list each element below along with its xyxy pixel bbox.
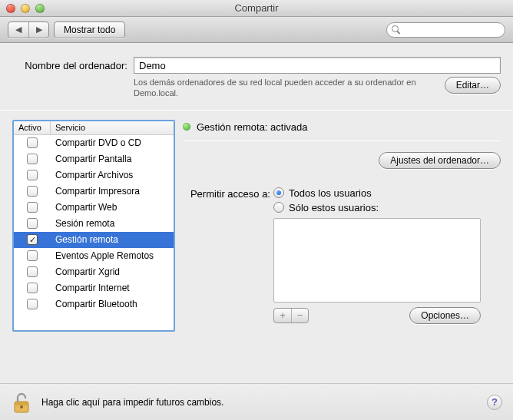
service-row[interactable]: Eventos Apple Remotos [14,248,174,264]
radio-all-users-label: Todos los usuarios [289,187,372,199]
service-row[interactable]: Compartir Impresora [14,184,174,200]
services-header: Activo Servicio [14,121,174,135]
service-checkbox[interactable] [27,154,38,164]
search-input[interactable] [404,25,510,35]
zoom-window-button[interactable] [35,4,45,13]
computer-name-field[interactable] [134,57,501,74]
chevron-right-icon: ▶ [36,25,42,35]
close-window-button[interactable] [6,4,15,13]
computer-name-label: Nombre del ordenador: [12,60,127,71]
service-label: Compartir Pantalla [51,154,174,164]
services-header-service: Servicio [51,121,174,134]
allow-access-label: Permitir acceso a: [183,187,270,200]
service-row[interactable]: ✓Gestión remota [14,232,174,248]
service-checkbox[interactable] [27,137,38,148]
service-row[interactable]: Compartir Xgrid [14,264,174,280]
radio-only-users-label: Sólo estos usuarios: [289,202,379,213]
service-label: Compartir Web [51,202,174,213]
service-row[interactable]: Compartir Internet [14,280,174,296]
radio-all-users-row[interactable]: Todos los usuarios [273,187,501,199]
status-text: Gestión remota: activada [197,121,308,133]
back-button[interactable]: ◀ [8,22,28,38]
service-row[interactable]: Compartir Bluetooth [14,296,174,313]
computer-name-hint: Los demás ordenadores de su red local pu… [134,77,439,99]
lock-button[interactable] [11,391,34,414]
service-label: Compartir Internet [51,283,174,293]
services-header-active: Activo [14,121,51,134]
minimize-window-button[interactable] [21,4,30,13]
service-checkbox[interactable] [27,170,38,180]
service-label: Compartir Archivos [51,170,174,180]
service-row[interactable]: Sesión remota [14,216,174,232]
service-checkbox[interactable] [27,299,38,309]
help-button[interactable]: ? [487,395,502,410]
service-checkbox[interactable] [27,283,38,293]
traffic-lights [6,4,45,13]
status-row: Gestión remota: activada [183,121,501,133]
svg-rect-1 [15,402,28,405]
nav-segmented: ◀ ▶ [8,21,49,38]
options-button[interactable]: Opciones… [409,307,481,324]
lock-text[interactable]: Haga clic aquí para impedir futuros camb… [41,397,223,408]
edit-name-button[interactable]: Editar… [445,77,501,94]
service-row[interactable]: Compartir Web [14,200,174,216]
services-rows: Compartir DVD o CDCompartir PantallaComp… [14,135,174,330]
users-listbox[interactable] [273,218,481,303]
detail-pane: Gestión remota: activada Ajustes del ord… [183,120,501,332]
service-label: Eventos Apple Remotos [51,250,174,261]
detail-divider [183,141,501,141]
status-dot-icon [183,123,190,131]
add-user-button[interactable]: + [274,309,291,322]
service-checkbox[interactable] [27,186,38,197]
computer-settings-button[interactable]: Ajustes del ordenador… [379,152,501,169]
help-icon: ? [491,396,498,408]
allow-access-row: Permitir acceso a: Todos los usuarios Só… [183,187,501,213]
radio-only-users[interactable] [273,202,284,213]
service-row[interactable]: Compartir Pantalla [14,151,174,167]
add-remove-segmented: + − [273,308,309,323]
users-listbox-controls: + − Opciones… [273,307,481,324]
search-field-wrap[interactable] [386,22,505,38]
service-checkbox[interactable] [27,266,38,277]
computer-name-hint-row: Los demás ordenadores de su red local pu… [12,77,501,99]
service-label: Gestión remota [51,234,174,245]
service-checkbox[interactable] [27,218,38,229]
computer-name-row: Nombre del ordenador: [12,57,501,74]
lock-open-icon [12,392,32,414]
content-area: Nombre del ordenador: Los demás ordenado… [0,43,513,332]
service-label: Compartir Xgrid [51,266,174,277]
service-label: Compartir DVD o CD [51,137,174,148]
toolbar: ◀ ▶ Mostrar todo [0,17,513,43]
search-icon [392,25,401,35]
service-row[interactable]: Compartir DVD o CD [14,135,174,151]
service-label: Compartir Bluetooth [51,299,174,309]
remove-user-button[interactable]: − [291,309,308,322]
forward-button[interactable]: ▶ [28,22,48,38]
service-label: Compartir Impresora [51,186,174,197]
show-all-button[interactable]: Mostrar todo [54,21,125,38]
service-checkbox[interactable]: ✓ [27,234,38,245]
radio-all-users[interactable] [273,187,284,198]
service-label: Sesión remota [51,218,174,229]
radio-only-users-row[interactable]: Sólo estos usuarios: [273,202,501,213]
service-checkbox[interactable] [27,202,38,213]
window-titlebar: Compartir [0,0,513,17]
service-row[interactable]: Compartir Archivos [14,167,174,184]
service-checkbox[interactable] [27,250,38,261]
svg-point-2 [20,405,23,408]
footer: Haga clic aquí para impedir futuros camb… [0,383,513,420]
main-row: Activo Servicio Compartir DVD o CDCompar… [12,111,501,332]
services-list[interactable]: Activo Servicio Compartir DVD o CDCompar… [12,120,175,332]
chevron-left-icon: ◀ [15,25,22,35]
window-title: Compartir [0,2,513,14]
